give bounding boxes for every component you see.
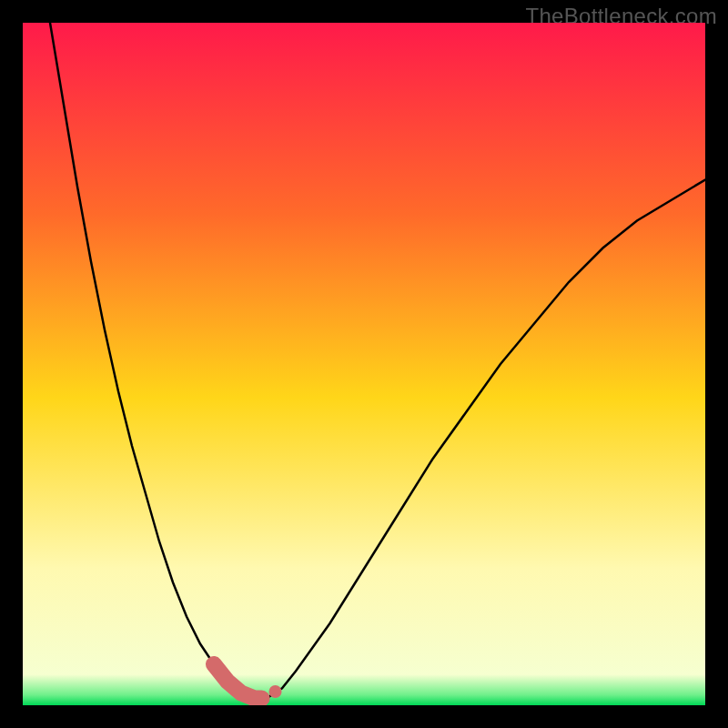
highlight-dot xyxy=(269,685,282,698)
heatmap-background xyxy=(23,23,705,705)
bottleneck-chart xyxy=(23,23,705,705)
chart-frame xyxy=(23,23,705,705)
